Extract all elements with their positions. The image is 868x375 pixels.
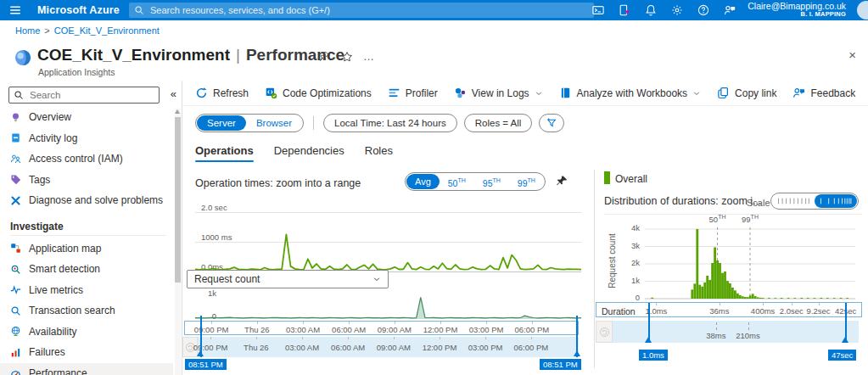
- star-icon[interactable]: [341, 51, 353, 63]
- duration-distribution-panel: Overall Distribution of durations: zoom …: [604, 170, 868, 375]
- sidebar-search-box[interactable]: [8, 87, 160, 104]
- activity-log-icon: [10, 132, 21, 143]
- sidebar-item-smart-detection[interactable]: Smart detection: [0, 259, 173, 280]
- sidebar-item-label: Live metrics: [29, 284, 83, 296]
- lightbulb-icon: [10, 112, 21, 123]
- overall-legend-label: Overall: [615, 173, 647, 185]
- close-icon[interactable]: ×: [848, 49, 856, 61]
- percentile-option-95th[interactable]: 95TH: [474, 173, 509, 191]
- global-search-input[interactable]: [148, 4, 589, 16]
- azure-portal-window: Microsoft Azure Claire@Bimapping.co.uk B…: [0, 0, 868, 375]
- time-brush-band[interactable]: 09:00 PMThu 2603:00 AM06:00 AM09:00 AM12…: [198, 337, 579, 357]
- breadcrumb-resource-link[interactable]: COE_Kit_V_Environment: [54, 25, 160, 36]
- hamburger-menu-button[interactable]: [0, 0, 31, 20]
- sidebar-scrollbar[interactable]: [175, 109, 181, 375]
- x-axis-label: 03:00 PM: [461, 325, 512, 334]
- settings-gear-icon[interactable]: [671, 4, 683, 16]
- brush-max-handle-grip[interactable]: [842, 337, 848, 343]
- toolbar-view-in-logs-button[interactable]: View in Logs: [454, 87, 543, 99]
- feedback-icon[interactable]: [724, 4, 736, 16]
- application-insights-icon: [14, 48, 32, 67]
- topbar-icon-group: [592, 0, 736, 20]
- axis-tick: [210, 337, 211, 339]
- toolbar-profiler-button[interactable]: Profiler: [388, 87, 438, 99]
- roles-filter-pill[interactable]: Roles = All: [464, 114, 533, 132]
- help-icon[interactable]: [697, 4, 709, 16]
- metric-select[interactable]: Request count: [187, 270, 389, 288]
- notifications-bell-icon[interactable]: [645, 4, 657, 16]
- brush-start-handle-grip[interactable]: [197, 350, 204, 356]
- percentile-option-99th[interactable]: 99TH: [509, 173, 544, 191]
- sidebar-item-failures[interactable]: Failures: [0, 342, 173, 363]
- add-filter-button[interactable]: [539, 114, 564, 132]
- toolbar-feedback-button[interactable]: Feedback: [792, 87, 855, 99]
- toolbar-copy-link-button[interactable]: Copy link: [717, 87, 776, 99]
- toolbar-code-optimizations-button[interactable]: Code Optimizations: [265, 87, 372, 99]
- sidebar-item-tags[interactable]: Tags: [0, 170, 173, 191]
- sidebar-search-input[interactable]: [8, 87, 160, 104]
- linear-scale-icon[interactable]: [772, 194, 815, 208]
- brush-end-handle-grip[interactable]: [574, 350, 580, 356]
- sidebar-item-activity-log[interactable]: Activity log: [0, 128, 173, 149]
- axis-tick: [395, 322, 395, 324]
- request-count-area-chart[interactable]: [195, 293, 581, 321]
- sidebar-item-overview[interactable]: Overview: [0, 107, 173, 128]
- toolbar-analyze-with-workbooks-button[interactable]: Analyze with Workbooks: [559, 87, 702, 99]
- log-scale-icon[interactable]: [815, 194, 857, 208]
- tab-dependencies[interactable]: Dependencies: [274, 144, 344, 165]
- time-range-filter-pill[interactable]: Local Time: Last 24 hours: [323, 114, 457, 132]
- scrollbar-up-arrow[interactable]: [175, 109, 180, 114]
- scale-label: Scale: [747, 198, 770, 208]
- brush-end-label[interactable]: 08:51 PM: [540, 359, 581, 370]
- duration-histogram-chart[interactable]: [645, 226, 855, 300]
- brush-max-label[interactable]: 47sec: [828, 350, 856, 361]
- percentile-option-50th[interactable]: 50TH: [440, 173, 474, 191]
- operation-times-line-chart[interactable]: [195, 202, 581, 273]
- sidebar-item-availability[interactable]: Availability: [0, 322, 173, 343]
- cloud-shell-icon[interactable]: [592, 4, 604, 16]
- search-icon: [14, 90, 24, 100]
- sidebar-item-diagnose-and-solve-problems[interactable]: Diagnose and solve problems: [0, 190, 173, 211]
- brush-reset-button[interactable]: [596, 321, 613, 343]
- more-actions-button[interactable]: …: [363, 53, 374, 61]
- brush-min-label[interactable]: 1.0ms: [639, 350, 668, 361]
- breadcrumb-separator: >: [44, 25, 49, 36]
- account-tenant: B. I. MAPPING: [748, 10, 846, 19]
- azure-brand[interactable]: Microsoft Azure: [37, 4, 120, 16]
- avatar[interactable]: [857, 1, 868, 20]
- pin-filled-icon[interactable]: [556, 175, 568, 188]
- sidebar-collapse-button[interactable]: «: [171, 89, 176, 99]
- access-control-icon: [10, 154, 21, 165]
- sidebar-item-application-map[interactable]: Application map: [0, 238, 173, 260]
- sidebar-item-access-control-iam[interactable]: Access control (IAM): [0, 148, 173, 170]
- axis-tick: [819, 303, 820, 305]
- axis-tick: [257, 322, 258, 324]
- tab-operations[interactable]: Operations: [195, 144, 254, 165]
- server-browser-toggle[interactable]: Server Browser: [195, 114, 304, 132]
- toolbar-refresh-button[interactable]: Refresh: [195, 87, 249, 99]
- duration-brush: 38ms210ms: [596, 321, 862, 343]
- sidebar-item-performance[interactable]: Performance: [0, 363, 173, 375]
- sidebar-item-transaction-search[interactable]: Transaction search: [0, 300, 173, 322]
- directory-filter-icon[interactable]: [619, 4, 630, 16]
- tab-roles[interactable]: Roles: [365, 144, 393, 165]
- overall-legend-swatch: [604, 171, 610, 184]
- browser-toggle-option[interactable]: Browser: [246, 115, 302, 131]
- axis-tick: [792, 303, 792, 305]
- percentile-option-avg[interactable]: Avg: [406, 174, 440, 189]
- failures-icon: [10, 347, 21, 358]
- filter-separator: [313, 116, 314, 130]
- scrollbar-thumb[interactable]: [175, 117, 181, 283]
- pin-icon[interactable]: [319, 51, 331, 63]
- brush-min-handle-grip[interactable]: [645, 337, 652, 343]
- server-toggle-option[interactable]: Server: [197, 115, 246, 131]
- global-search-box[interactable]: [129, 3, 594, 18]
- x-axis-label: 06:00 PM: [507, 325, 557, 334]
- x-axis-label: 12:00 PM: [414, 343, 465, 352]
- availability-icon: [10, 326, 21, 337]
- sidebar-item-live-metrics[interactable]: Live metrics: [0, 280, 173, 301]
- breadcrumb-home-link[interactable]: Home: [15, 25, 40, 36]
- axis-tick: [531, 337, 532, 339]
- brush-start-label[interactable]: 08:51 PM: [185, 359, 227, 370]
- account-info[interactable]: Claire@Bimapping.co.uk B. I. MAPPING: [748, 2, 846, 19]
